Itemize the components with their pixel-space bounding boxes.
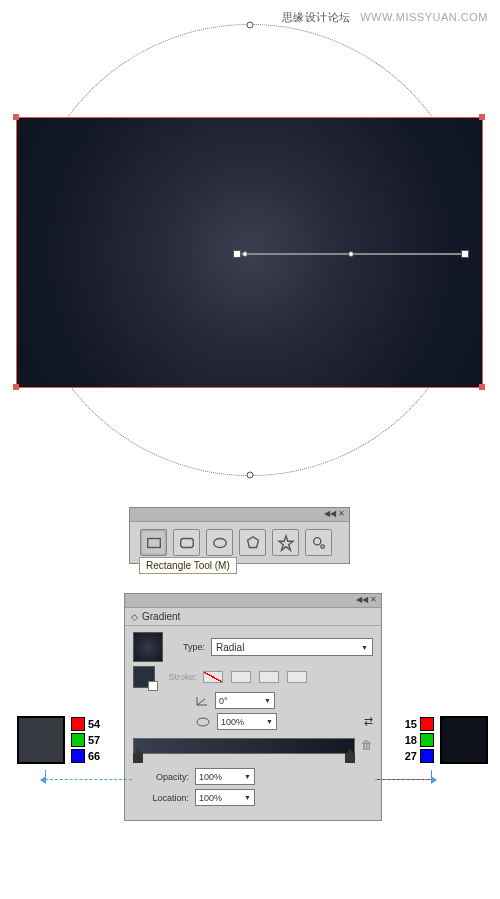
right-g: 18 [405,734,417,746]
right-b: 27 [405,750,417,762]
reverse-icon[interactable]: ⇄ [364,715,373,728]
left-color-block: 54 57 66 [17,716,117,764]
svg-point-6 [320,544,324,548]
blue-chip [420,749,434,763]
right-swatch [440,716,488,764]
circle-handle-top[interactable] [247,22,254,29]
red-chip [71,717,85,731]
flare-tool[interactable] [305,529,332,556]
svg-rect-1 [180,538,193,547]
type-select[interactable]: Radial [211,638,373,656]
rect-handle-tl[interactable] [13,114,19,120]
gradient-preview[interactable] [133,632,163,662]
rect-handle-bl[interactable] [13,384,19,390]
gradient-stop-1[interactable] [345,753,355,763]
angle-input[interactable]: 0° [215,692,275,709]
left-r: 54 [88,718,100,730]
green-chip [71,733,85,747]
shape-tools-panel: ◀◀ ✕ [129,507,350,564]
gradient-annotator[interactable] [237,247,465,267]
gradient-origin[interactable] [233,250,241,258]
stroke-opt1[interactable] [231,671,251,683]
watermark-text: 思缘设计论坛 WWW.MISSYUAN.COM [282,10,488,25]
stroke-label: Stroke: [161,672,197,682]
gradient-panel-title: Gradient [125,608,381,626]
rect-handle-tr[interactable] [479,114,485,120]
gradient-panel: ◀◀ ✕ Gradient Type: Radial Stroke: 0° 10… [124,593,382,821]
svg-point-7 [197,718,209,726]
gradient-strip[interactable] [133,738,355,754]
rect-handle-br[interactable] [479,384,485,390]
gradient-panel-header[interactable]: ◀◀ ✕ [125,594,381,608]
red-chip [420,717,434,731]
delete-stop-icon[interactable]: 🗑 [361,738,373,752]
stroke-opt3[interactable] [287,671,307,683]
gradient-stop-start[interactable] [242,251,248,257]
left-b: 66 [88,750,100,762]
right-color-block: 15 18 27 [388,716,488,764]
dash-connector [431,770,432,780]
stroke-none[interactable] [203,671,223,683]
left-g: 57 [88,734,100,746]
svg-marker-4 [278,535,292,549]
opacity-label: Opacity: [133,772,189,782]
tooltip: Rectangle Tool (M) [139,557,237,574]
opacity-input[interactable]: 100% [195,768,255,785]
svg-point-2 [213,538,226,547]
right-r: 15 [405,718,417,730]
svg-point-5 [313,537,320,544]
panel-header[interactable]: ◀◀ ✕ [130,508,349,522]
blue-chip [71,749,85,763]
watermark-url: WWW.MISSYUAN.COM [360,11,488,23]
watermark-cn: 思缘设计论坛 [282,11,351,23]
dash-arrow-right [375,779,432,780]
polygon-tool[interactable] [239,529,266,556]
rounded-rectangle-tool[interactable] [173,529,200,556]
star-tool[interactable] [272,529,299,556]
svg-marker-3 [247,536,258,547]
left-swatch [17,716,65,764]
aspect-icon [195,715,211,729]
circle-handle-bottom[interactable] [247,472,254,479]
aspect-input[interactable]: 100% [217,713,277,730]
stroke-opt2[interactable] [259,671,279,683]
ellipse-tool[interactable] [206,529,233,556]
svg-rect-0 [147,538,160,547]
stroke-swatch[interactable] [133,666,155,688]
gradient-end[interactable] [461,250,469,258]
gradient-midpoint[interactable] [348,251,354,257]
dash-arrow-left [45,779,132,780]
angle-icon [195,695,209,707]
type-label: Type: [169,642,205,652]
location-label: Location: [133,793,189,803]
rectangle-tool[interactable] [140,529,167,556]
green-chip [420,733,434,747]
gradient-stop-0[interactable] [133,753,143,763]
location-input[interactable]: 100% [195,789,255,806]
